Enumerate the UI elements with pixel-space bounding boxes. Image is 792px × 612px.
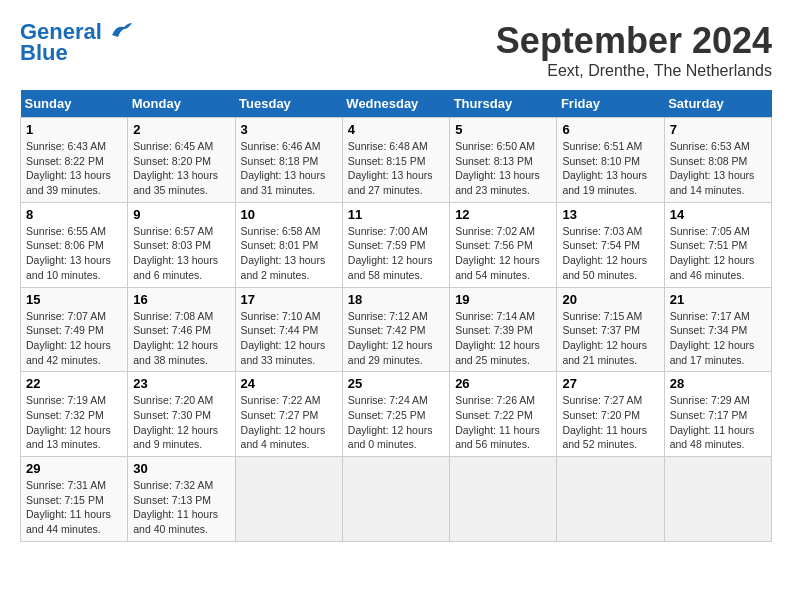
calendar-cell xyxy=(235,457,342,542)
weekday-header: Saturday xyxy=(664,90,771,118)
calendar-body: 1Sunrise: 6:43 AMSunset: 8:22 PMDaylight… xyxy=(21,118,772,542)
day-number: 18 xyxy=(348,292,444,307)
day-number: 14 xyxy=(670,207,766,222)
day-info: Sunrise: 7:12 AMSunset: 7:42 PMDaylight:… xyxy=(348,309,444,368)
calendar-cell: 23Sunrise: 7:20 AMSunset: 7:30 PMDayligh… xyxy=(128,372,235,457)
day-number: 23 xyxy=(133,376,229,391)
logo-bird-icon xyxy=(110,21,132,39)
calendar-cell: 17Sunrise: 7:10 AMSunset: 7:44 PMDayligh… xyxy=(235,287,342,372)
day-number: 16 xyxy=(133,292,229,307)
day-number: 26 xyxy=(455,376,551,391)
calendar-cell: 2Sunrise: 6:45 AMSunset: 8:20 PMDaylight… xyxy=(128,118,235,203)
day-info: Sunrise: 7:32 AMSunset: 7:13 PMDaylight:… xyxy=(133,478,229,537)
calendar-cell: 14Sunrise: 7:05 AMSunset: 7:51 PMDayligh… xyxy=(664,202,771,287)
weekday-header: Thursday xyxy=(450,90,557,118)
day-number: 4 xyxy=(348,122,444,137)
day-info: Sunrise: 6:58 AMSunset: 8:01 PMDaylight:… xyxy=(241,224,337,283)
day-number: 20 xyxy=(562,292,658,307)
calendar-cell xyxy=(664,457,771,542)
calendar-cell: 7Sunrise: 6:53 AMSunset: 8:08 PMDaylight… xyxy=(664,118,771,203)
day-info: Sunrise: 7:31 AMSunset: 7:15 PMDaylight:… xyxy=(26,478,122,537)
calendar-cell: 26Sunrise: 7:26 AMSunset: 7:22 PMDayligh… xyxy=(450,372,557,457)
day-number: 15 xyxy=(26,292,122,307)
day-info: Sunrise: 7:20 AMSunset: 7:30 PMDaylight:… xyxy=(133,393,229,452)
day-info: Sunrise: 7:19 AMSunset: 7:32 PMDaylight:… xyxy=(26,393,122,452)
day-number: 1 xyxy=(26,122,122,137)
day-number: 30 xyxy=(133,461,229,476)
month-title: September 2024 xyxy=(496,20,772,62)
title-section: September 2024 Eext, Drenthe, The Nether… xyxy=(496,20,772,80)
day-number: 22 xyxy=(26,376,122,391)
day-info: Sunrise: 6:50 AMSunset: 8:13 PMDaylight:… xyxy=(455,139,551,198)
day-number: 27 xyxy=(562,376,658,391)
calendar-cell xyxy=(557,457,664,542)
day-info: Sunrise: 6:43 AMSunset: 8:22 PMDaylight:… xyxy=(26,139,122,198)
day-number: 6 xyxy=(562,122,658,137)
calendar-cell: 18Sunrise: 7:12 AMSunset: 7:42 PMDayligh… xyxy=(342,287,449,372)
calendar-week-row: 1Sunrise: 6:43 AMSunset: 8:22 PMDaylight… xyxy=(21,118,772,203)
calendar-cell: 30Sunrise: 7:32 AMSunset: 7:13 PMDayligh… xyxy=(128,457,235,542)
day-info: Sunrise: 6:51 AMSunset: 8:10 PMDaylight:… xyxy=(562,139,658,198)
logo: General Blue xyxy=(20,20,132,66)
day-number: 2 xyxy=(133,122,229,137)
day-number: 9 xyxy=(133,207,229,222)
weekday-header: Friday xyxy=(557,90,664,118)
day-number: 10 xyxy=(241,207,337,222)
day-info: Sunrise: 6:55 AMSunset: 8:06 PMDaylight:… xyxy=(26,224,122,283)
day-info: Sunrise: 7:10 AMSunset: 7:44 PMDaylight:… xyxy=(241,309,337,368)
day-info: Sunrise: 7:26 AMSunset: 7:22 PMDaylight:… xyxy=(455,393,551,452)
day-info: Sunrise: 6:53 AMSunset: 8:08 PMDaylight:… xyxy=(670,139,766,198)
day-info: Sunrise: 6:57 AMSunset: 8:03 PMDaylight:… xyxy=(133,224,229,283)
calendar-week-row: 8Sunrise: 6:55 AMSunset: 8:06 PMDaylight… xyxy=(21,202,772,287)
page-header: General Blue September 2024 Eext, Drenth… xyxy=(20,20,772,80)
day-info: Sunrise: 7:27 AMSunset: 7:20 PMDaylight:… xyxy=(562,393,658,452)
day-number: 17 xyxy=(241,292,337,307)
calendar-cell: 10Sunrise: 6:58 AMSunset: 8:01 PMDayligh… xyxy=(235,202,342,287)
calendar-cell: 9Sunrise: 6:57 AMSunset: 8:03 PMDaylight… xyxy=(128,202,235,287)
calendar-cell: 25Sunrise: 7:24 AMSunset: 7:25 PMDayligh… xyxy=(342,372,449,457)
calendar-cell: 12Sunrise: 7:02 AMSunset: 7:56 PMDayligh… xyxy=(450,202,557,287)
calendar-cell: 27Sunrise: 7:27 AMSunset: 7:20 PMDayligh… xyxy=(557,372,664,457)
day-number: 11 xyxy=(348,207,444,222)
calendar-cell: 4Sunrise: 6:48 AMSunset: 8:15 PMDaylight… xyxy=(342,118,449,203)
day-info: Sunrise: 7:08 AMSunset: 7:46 PMDaylight:… xyxy=(133,309,229,368)
calendar-table: SundayMondayTuesdayWednesdayThursdayFrid… xyxy=(20,90,772,542)
day-number: 12 xyxy=(455,207,551,222)
day-info: Sunrise: 7:03 AMSunset: 7:54 PMDaylight:… xyxy=(562,224,658,283)
calendar-cell: 15Sunrise: 7:07 AMSunset: 7:49 PMDayligh… xyxy=(21,287,128,372)
day-info: Sunrise: 7:17 AMSunset: 7:34 PMDaylight:… xyxy=(670,309,766,368)
day-info: Sunrise: 6:45 AMSunset: 8:20 PMDaylight:… xyxy=(133,139,229,198)
calendar-cell: 8Sunrise: 6:55 AMSunset: 8:06 PMDaylight… xyxy=(21,202,128,287)
day-number: 3 xyxy=(241,122,337,137)
calendar-cell: 3Sunrise: 6:46 AMSunset: 8:18 PMDaylight… xyxy=(235,118,342,203)
weekday-header: Tuesday xyxy=(235,90,342,118)
day-info: Sunrise: 7:07 AMSunset: 7:49 PMDaylight:… xyxy=(26,309,122,368)
calendar-week-row: 15Sunrise: 7:07 AMSunset: 7:49 PMDayligh… xyxy=(21,287,772,372)
calendar-cell: 1Sunrise: 6:43 AMSunset: 8:22 PMDaylight… xyxy=(21,118,128,203)
calendar-week-row: 22Sunrise: 7:19 AMSunset: 7:32 PMDayligh… xyxy=(21,372,772,457)
day-info: Sunrise: 7:00 AMSunset: 7:59 PMDaylight:… xyxy=(348,224,444,283)
day-info: Sunrise: 6:48 AMSunset: 8:15 PMDaylight:… xyxy=(348,139,444,198)
day-number: 19 xyxy=(455,292,551,307)
day-number: 29 xyxy=(26,461,122,476)
calendar-cell: 28Sunrise: 7:29 AMSunset: 7:17 PMDayligh… xyxy=(664,372,771,457)
calendar-cell: 22Sunrise: 7:19 AMSunset: 7:32 PMDayligh… xyxy=(21,372,128,457)
day-number: 13 xyxy=(562,207,658,222)
weekday-header: Wednesday xyxy=(342,90,449,118)
calendar-cell: 13Sunrise: 7:03 AMSunset: 7:54 PMDayligh… xyxy=(557,202,664,287)
day-info: Sunrise: 7:05 AMSunset: 7:51 PMDaylight:… xyxy=(670,224,766,283)
weekday-header: Monday xyxy=(128,90,235,118)
day-number: 24 xyxy=(241,376,337,391)
location-subtitle: Eext, Drenthe, The Netherlands xyxy=(496,62,772,80)
day-info: Sunrise: 6:46 AMSunset: 8:18 PMDaylight:… xyxy=(241,139,337,198)
calendar-cell: 29Sunrise: 7:31 AMSunset: 7:15 PMDayligh… xyxy=(21,457,128,542)
calendar-cell: 19Sunrise: 7:14 AMSunset: 7:39 PMDayligh… xyxy=(450,287,557,372)
day-info: Sunrise: 7:24 AMSunset: 7:25 PMDaylight:… xyxy=(348,393,444,452)
day-info: Sunrise: 7:22 AMSunset: 7:27 PMDaylight:… xyxy=(241,393,337,452)
day-number: 7 xyxy=(670,122,766,137)
calendar-header-row: SundayMondayTuesdayWednesdayThursdayFrid… xyxy=(21,90,772,118)
calendar-week-row: 29Sunrise: 7:31 AMSunset: 7:15 PMDayligh… xyxy=(21,457,772,542)
day-number: 5 xyxy=(455,122,551,137)
calendar-cell: 6Sunrise: 6:51 AMSunset: 8:10 PMDaylight… xyxy=(557,118,664,203)
calendar-cell: 16Sunrise: 7:08 AMSunset: 7:46 PMDayligh… xyxy=(128,287,235,372)
